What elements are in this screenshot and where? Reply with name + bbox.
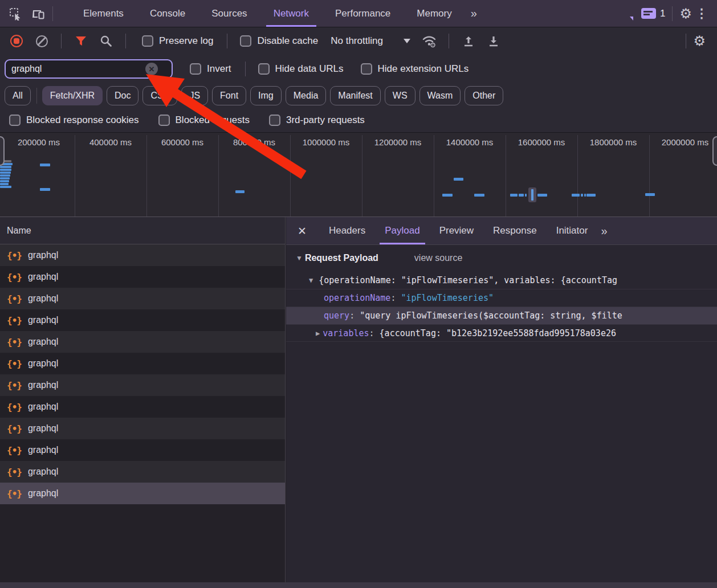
request-row[interactable]: {•}graphql bbox=[0, 418, 285, 439]
tab-console[interactable]: Console bbox=[137, 0, 198, 27]
details-tab-payload[interactable]: Payload bbox=[375, 217, 429, 244]
view-source-link[interactable]: view source bbox=[414, 253, 462, 263]
tab-elements[interactable]: Elements bbox=[70, 0, 137, 27]
request-row[interactable]: {•}graphql bbox=[0, 461, 285, 483]
filter-chip-ws[interactable]: WS bbox=[385, 86, 415, 105]
hide-data-urls-label: Hide data URLs bbox=[275, 63, 344, 75]
third-party-requests-checkbox[interactable] bbox=[269, 115, 280, 126]
network-settings-gear-icon[interactable]: ⚙ bbox=[693, 34, 706, 48]
request-name: graphql bbox=[28, 467, 58, 477]
device-toolbar-icon[interactable] bbox=[31, 6, 46, 21]
request-row[interactable]: {•}graphql bbox=[0, 244, 285, 266]
blocked-response-cookies-control: Blocked response cookies bbox=[9, 115, 139, 126]
details-tab-headers[interactable]: Headers bbox=[319, 217, 375, 244]
details-tabbar: ✕ Headers Payload Preview Response Initi… bbox=[286, 217, 717, 245]
payload-value: "ipFlowTimeseries" bbox=[401, 293, 494, 303]
network-conditions-button[interactable] bbox=[421, 32, 438, 50]
divider bbox=[36, 88, 37, 104]
inspect-element-icon[interactable] bbox=[8, 6, 23, 21]
divider bbox=[449, 34, 449, 48]
preserve-log-checkbox[interactable] bbox=[142, 35, 153, 47]
request-list-panel: Name {•}graphql {•}graphql {•}graphql {•… bbox=[0, 217, 286, 582]
export-har-button[interactable] bbox=[485, 32, 502, 50]
preserve-log-control: Preserve log bbox=[142, 35, 213, 47]
filter-chip-css[interactable]: CSS bbox=[142, 86, 177, 105]
feedback-button[interactable]: 1 bbox=[641, 8, 665, 19]
filter-chip-media[interactable]: Media bbox=[286, 86, 327, 105]
request-row[interactable]: {•}graphql bbox=[0, 288, 285, 309]
filter-chip-font[interactable]: Font bbox=[212, 86, 246, 105]
divider bbox=[686, 34, 686, 48]
settings-gear-icon[interactable]: ⚙ bbox=[679, 7, 692, 21]
filter-chip-doc[interactable]: Doc bbox=[107, 86, 138, 105]
filter-input-box: ✕ bbox=[5, 59, 173, 79]
disable-cache-checkbox[interactable] bbox=[240, 35, 251, 47]
tab-performance[interactable]: Performance bbox=[322, 0, 404, 27]
request-row[interactable]: {•}graphql bbox=[0, 309, 285, 331]
blocked-response-cookies-checkbox[interactable] bbox=[9, 115, 21, 126]
window-bottom-edge bbox=[0, 582, 717, 588]
payload-entry-row-selected[interactable]: query: "query ipFlowTimeseries($accountT… bbox=[286, 307, 717, 324]
request-row[interactable]: {•}graphql bbox=[0, 374, 285, 396]
search-button[interactable] bbox=[97, 32, 115, 50]
chevron-down-icon bbox=[404, 39, 410, 43]
timeline-overview[interactable]: 200000 ms 400000 ms 600000 ms 800000 ms … bbox=[0, 132, 717, 217]
json-icon: {•} bbox=[7, 293, 22, 304]
clear-filter-icon[interactable]: ✕ bbox=[145, 63, 158, 75]
payload-entry-row[interactable]: ▶ variables: {accountTag: "b12e3b2192ee5… bbox=[286, 324, 717, 342]
request-payload-section-header[interactable]: ▼ Request Payload view source bbox=[286, 245, 717, 271]
payload-preview-row[interactable]: ▼ {operationName: "ipFlowTimeseries", va… bbox=[286, 271, 717, 289]
filter-chip-manifest[interactable]: Manifest bbox=[330, 86, 380, 105]
clear-network-log-button[interactable] bbox=[33, 32, 50, 50]
payload-key: operationName bbox=[324, 293, 390, 303]
right-resize-handle[interactable] bbox=[712, 136, 717, 166]
filter-toggle-button[interactable] bbox=[72, 32, 89, 50]
divider bbox=[227, 34, 227, 48]
request-row-selected[interactable]: {•}graphql bbox=[0, 483, 285, 504]
kebab-menu-icon[interactable]: ⋮ bbox=[692, 6, 717, 21]
blocked-requests-control: Blocked requests bbox=[158, 115, 250, 126]
filter-chip-fetch-xhr[interactable]: Fetch/XHR bbox=[42, 86, 103, 105]
filter-chip-all[interactable]: All bbox=[5, 86, 31, 105]
import-har-button[interactable] bbox=[460, 32, 477, 50]
funnel-icon bbox=[75, 35, 87, 47]
hide-extension-urls-checkbox[interactable] bbox=[361, 63, 372, 75]
expand-triangle-icon: ▶ bbox=[316, 329, 320, 337]
filter-chip-other[interactable]: Other bbox=[465, 86, 503, 105]
record-button[interactable] bbox=[8, 32, 25, 50]
json-icon: {•} bbox=[7, 337, 22, 348]
filter-chip-img[interactable]: Img bbox=[250, 86, 282, 105]
hide-data-urls-checkbox[interactable] bbox=[258, 63, 270, 75]
details-tab-initiator[interactable]: Initiator bbox=[547, 217, 598, 244]
json-icon: {•} bbox=[7, 380, 22, 391]
request-name: graphql bbox=[28, 380, 58, 390]
request-row[interactable]: {•}graphql bbox=[0, 396, 285, 418]
payload-key: variables bbox=[323, 328, 369, 338]
divider bbox=[672, 6, 673, 21]
json-icon: {•} bbox=[7, 402, 22, 413]
blocked-requests-checkbox[interactable] bbox=[158, 115, 170, 126]
filter-input[interactable] bbox=[6, 64, 145, 74]
waterfall-bar bbox=[519, 194, 524, 197]
details-tab-preview[interactable]: Preview bbox=[430, 217, 483, 244]
request-row[interactable]: {•}graphql bbox=[0, 353, 285, 374]
left-resize-handle[interactable] bbox=[0, 136, 5, 166]
close-details-icon[interactable]: ✕ bbox=[298, 224, 307, 238]
more-details-tabs-icon[interactable]: » bbox=[601, 224, 606, 238]
request-row[interactable]: {•}graphql bbox=[0, 266, 285, 288]
name-column-header[interactable]: Name bbox=[0, 217, 285, 244]
throttling-dropdown[interactable]: No throttling bbox=[331, 35, 410, 47]
details-tab-response[interactable]: Response bbox=[483, 217, 547, 244]
invert-checkbox[interactable] bbox=[190, 63, 201, 75]
request-row[interactable]: {•}graphql bbox=[0, 439, 285, 461]
more-panels-icon[interactable]: » bbox=[465, 7, 482, 20]
filter-chip-wasm[interactable]: Wasm bbox=[419, 86, 461, 105]
tab-sources[interactable]: Sources bbox=[198, 0, 260, 27]
request-row[interactable]: {•}graphql bbox=[0, 331, 285, 353]
tab-memory[interactable]: Memory bbox=[404, 0, 465, 27]
payload-entry-row[interactable]: operationName: "ipFlowTimeseries" bbox=[286, 289, 717, 307]
filter-chip-js[interactable]: JS bbox=[181, 86, 208, 105]
tab-network[interactable]: Network bbox=[260, 0, 322, 27]
payload-key: query bbox=[324, 311, 349, 321]
disable-cache-label: Disable cache bbox=[257, 35, 318, 47]
